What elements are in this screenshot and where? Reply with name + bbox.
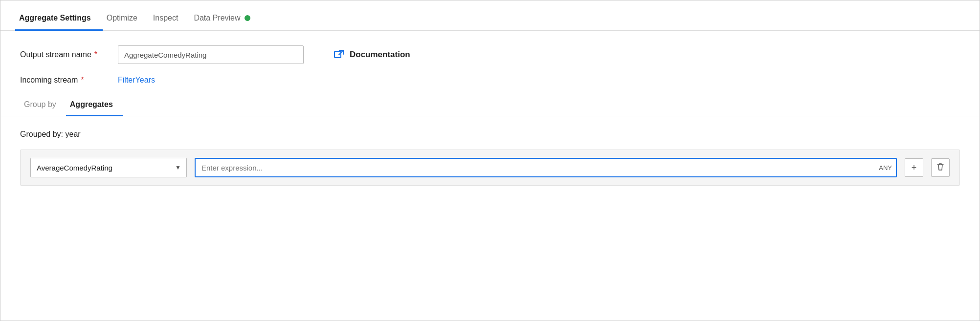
- tab-inspect[interactable]: Inspect: [149, 14, 190, 31]
- expression-input[interactable]: [195, 158, 897, 177]
- incoming-stream-required: *: [81, 76, 84, 85]
- tab-optimize[interactable]: Optimize: [103, 14, 149, 31]
- delete-aggregate-button[interactable]: [931, 158, 950, 177]
- incoming-stream-row: Incoming stream * FilterYears: [20, 76, 960, 85]
- tab-data-preview[interactable]: Data Preview: [190, 14, 254, 31]
- plus-icon: +: [912, 163, 917, 173]
- sub-tab-group-by[interactable]: Group by: [20, 96, 66, 116]
- output-stream-label: Output stream name *: [20, 50, 118, 59]
- agg-column-select[interactable]: AverageComedyRating: [30, 158, 187, 177]
- svg-rect-0: [334, 51, 341, 58]
- output-stream-required: *: [94, 50, 97, 59]
- trash-icon: [936, 162, 945, 173]
- expression-input-wrapper: ANY: [195, 158, 897, 177]
- documentation-link[interactable]: Documentation: [333, 49, 410, 61]
- sub-tab-aggregates[interactable]: Aggregates: [66, 96, 123, 116]
- output-stream-row: Output stream name * Documentation: [20, 45, 960, 64]
- main-content: Output stream name * Documentation Incom…: [0, 31, 980, 321]
- add-aggregate-button[interactable]: +: [905, 158, 923, 177]
- external-link-icon: [333, 49, 345, 61]
- aggregate-row: AverageComedyRating ▼ ANY +: [20, 150, 960, 186]
- tab-aggregate-settings[interactable]: Aggregate Settings: [15, 14, 103, 31]
- app-container: Aggregate Settings Optimize Inspect Data…: [0, 0, 980, 321]
- grouped-by-label: Grouped by: year: [20, 130, 960, 139]
- output-stream-input[interactable]: [118, 45, 304, 64]
- documentation-label: Documentation: [350, 50, 410, 60]
- incoming-stream-link[interactable]: FilterYears: [118, 76, 155, 85]
- incoming-stream-label: Incoming stream *: [20, 76, 118, 85]
- tab-bar: Aggregate Settings Optimize Inspect Data…: [0, 0, 980, 31]
- tab-data-preview-label: Data Preview: [194, 14, 240, 22]
- data-preview-status-dot: [245, 15, 250, 21]
- agg-select-wrapper: AverageComedyRating ▼: [30, 158, 187, 177]
- sub-tab-bar: Group by Aggregates: [0, 96, 980, 116]
- aggregates-section: Grouped by: year AverageComedyRating ▼ A…: [20, 116, 960, 186]
